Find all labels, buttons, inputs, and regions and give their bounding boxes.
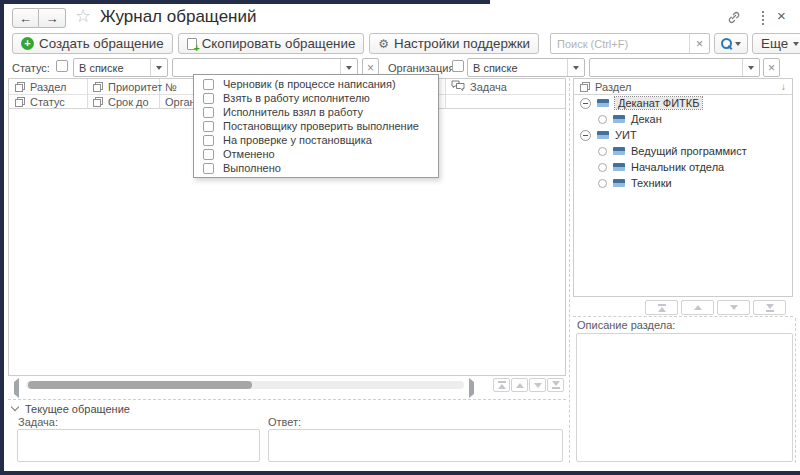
checkbox[interactable] (203, 135, 214, 146)
leaf-node-icon[interactable] (598, 179, 607, 188)
tree-item-vedushchiy-programmist[interactable]: Ведущий программист (574, 143, 792, 159)
vertical-splitter[interactable] (569, 78, 570, 463)
leaf-node-icon[interactable] (598, 115, 607, 124)
status-option-6[interactable]: Отменено (194, 147, 438, 161)
tree-item-label: УИТ (615, 129, 637, 141)
copy-request-button[interactable]: + Скопировать обращение (178, 33, 365, 54)
combo-arrow[interactable] (150, 59, 167, 76)
column-header-prioritet[interactable]: Приоритет (93, 79, 162, 94)
history-nav: ← → (12, 8, 66, 28)
status-mode-combo[interactable]: В списке (73, 58, 168, 77)
tree-move-bottom-button[interactable] (753, 300, 786, 315)
tree-header-label: Раздел (595, 81, 631, 93)
tree-move-up-button[interactable] (681, 300, 714, 315)
org-mode-combo[interactable]: В списке (467, 58, 585, 77)
scroll-left-icon[interactable] (14, 382, 20, 390)
window-menu-icon[interactable] (762, 11, 764, 25)
back-button[interactable]: ← (12, 8, 39, 28)
tree-item-dekanat-fitkb[interactable]: Деканат ФИТКБ (574, 95, 792, 111)
tree-item-nachalnik-otdela[interactable]: Начальник отдела (574, 159, 792, 175)
status-option-1[interactable]: Черновик (в процессе написания) (194, 77, 438, 91)
status-option-7[interactable]: Выполнено (194, 161, 438, 175)
org-filter-checkbox[interactable] (452, 60, 464, 72)
org-values-combo[interactable] (589, 58, 760, 77)
collapse-node-icon[interactable] (580, 98, 591, 109)
move-down-button[interactable] (529, 378, 546, 392)
horizontal-splitter[interactable] (8, 399, 566, 400)
gear-icon: ⚙ (378, 38, 389, 50)
column-divider (87, 79, 88, 109)
tree-item-dekan[interactable]: Декан (574, 111, 792, 127)
column-header-task[interactable]: Задача (451, 79, 507, 94)
current-request-group-label[interactable]: Текущее обращение (25, 403, 130, 415)
sections-tree[interactable]: Раздел ↓ Деканат ФИТКБ Декан УИТ Ведущий… (573, 78, 793, 297)
grid-column-icon (93, 82, 103, 92)
status-dropdown: Черновик (в процессе написания) Взять в … (193, 74, 439, 178)
status-filter-label: Статус: (12, 62, 50, 74)
tree-move-down-button[interactable] (717, 300, 750, 315)
forward-button[interactable]: → (39, 8, 66, 28)
org-values-value (590, 59, 742, 76)
favorite-star-icon[interactable]: ☆ (75, 6, 91, 26)
close-icon[interactable]: × (777, 7, 786, 24)
copy-request-label: Скопировать обращение (202, 36, 356, 51)
tree-move-top-button[interactable] (645, 300, 678, 315)
section-description-label: Описание раздела: (577, 319, 675, 331)
checkbox[interactable] (203, 121, 214, 132)
answer-textarea[interactable] (268, 429, 563, 462)
combo-arrow[interactable] (567, 59, 584, 76)
checkbox[interactable] (203, 149, 214, 160)
collapse-node-icon[interactable] (580, 130, 591, 141)
tree-item-label: Начальник отдела (631, 161, 724, 173)
search-menu-button[interactable] (714, 33, 748, 54)
tree-item-label: Техники (631, 177, 672, 189)
section-description-textarea[interactable] (576, 333, 793, 462)
checkbox[interactable] (203, 93, 214, 104)
column-header-srok-do[interactable]: Срок до (93, 94, 149, 109)
chevron-down-icon[interactable] (11, 403, 19, 411)
more-label: Еще (761, 36, 788, 51)
support-settings-button[interactable]: ⚙ Настройки поддержки (369, 33, 539, 54)
status-option-2[interactable]: Взять в работу исполнителю (194, 91, 438, 105)
tree-item-label: Ведущий программист (631, 145, 747, 157)
search-input[interactable] (551, 34, 689, 53)
status-option-5[interactable]: На проверке у постановщика (194, 133, 438, 147)
status-filter-checkbox[interactable] (56, 60, 68, 72)
combo-arrow[interactable] (742, 59, 759, 76)
window-frame-left (0, 0, 4, 475)
tree-item-uit[interactable]: УИТ (574, 127, 792, 143)
tree-item-label: Декан (631, 113, 662, 125)
checkbox[interactable] (203, 79, 214, 90)
checkbox[interactable] (203, 163, 214, 174)
search-box: × (550, 33, 710, 54)
forward-icon: → (46, 11, 59, 26)
tree-item-label: Деканат ФИТКБ (615, 97, 702, 109)
chevron-down-icon (793, 42, 799, 46)
scrollbar-thumb[interactable] (28, 381, 252, 389)
window-frame-top (0, 0, 490, 4)
checkbox[interactable] (203, 107, 214, 118)
section-group-icon (613, 147, 625, 155)
column-header-razdel[interactable]: Раздел (15, 79, 66, 94)
org-clear-button[interactable]: × (763, 58, 780, 77)
move-bottom-button[interactable] (547, 378, 564, 392)
column-header-status[interactable]: Статус (15, 94, 65, 109)
column-header-number[interactable]: № (165, 79, 177, 94)
create-request-button[interactable]: + Создать обращение (12, 33, 173, 54)
search-clear-icon[interactable]: × (689, 34, 709, 53)
horizontal-scrollbar[interactable] (26, 381, 464, 389)
scroll-right-icon[interactable] (469, 382, 475, 390)
task-textarea[interactable] (17, 429, 260, 462)
get-link-icon[interactable] (727, 11, 741, 26)
leaf-node-icon[interactable] (598, 147, 607, 156)
status-option-3[interactable]: Исполнитель взял в работу (194, 105, 438, 119)
grid-column-icon (580, 82, 590, 92)
move-top-button[interactable] (493, 378, 510, 392)
tree-header[interactable]: Раздел ↓ (574, 79, 792, 95)
more-button[interactable]: Еще (752, 33, 800, 54)
tree-item-tekhniki[interactable]: Техники (574, 175, 792, 191)
move-up-button[interactable] (511, 378, 528, 392)
org-mode-value: В списке (468, 59, 567, 76)
status-option-4[interactable]: Постановщику проверить выполнение (194, 119, 438, 133)
leaf-node-icon[interactable] (598, 163, 607, 172)
